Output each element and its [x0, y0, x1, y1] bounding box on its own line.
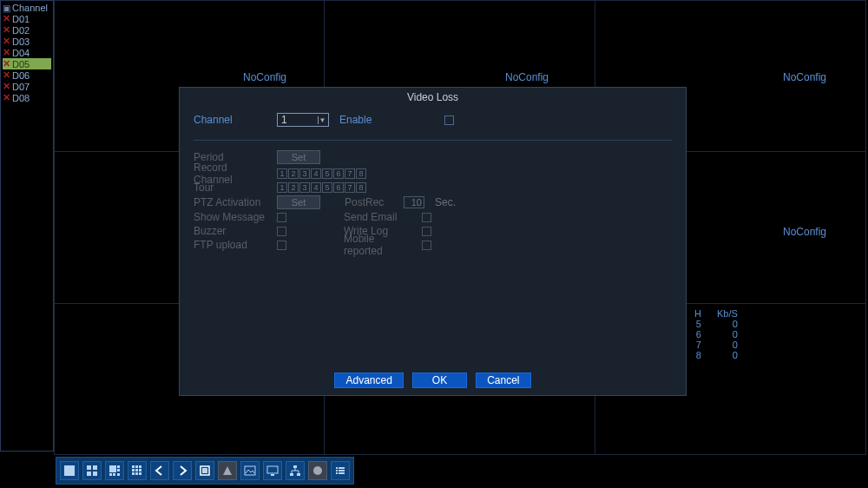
svg-rect-15 [135, 469, 138, 472]
enable-label: Enable [339, 114, 372, 126]
channel-number-box[interactable]: 4 [311, 168, 321, 179]
send-email-checkbox[interactable] [422, 213, 431, 222]
channel-panel: Channel ✕D01✕D02✕D03✕D04✕D05✕D06✕D07✕D08 [0, 0, 54, 452]
channel-number-box[interactable]: 5 [322, 182, 332, 193]
svg-rect-12 [135, 465, 138, 468]
toolbar [56, 457, 354, 485]
monitor-button[interactable] [263, 461, 282, 480]
svg-rect-22 [245, 466, 255, 475]
buzzer-checkbox[interactable] [277, 227, 286, 236]
channel-item[interactable]: ✕D03 [3, 36, 51, 47]
ftp-upload-checkbox[interactable] [277, 241, 286, 250]
stats-table: HKb/S 50607080 [694, 308, 753, 360]
prev-button[interactable] [150, 461, 169, 480]
channel-number-box[interactable]: 1 [277, 182, 287, 193]
channel-number-box[interactable]: 1 [277, 168, 287, 179]
next-button[interactable] [173, 461, 192, 480]
mobile-reported-label: Mobile reported [344, 233, 411, 257]
svg-rect-9 [113, 473, 115, 476]
svg-rect-25 [293, 465, 297, 468]
channel-item[interactable]: ✕D06 [3, 69, 51, 81]
svg-rect-17 [132, 472, 135, 475]
stats-row: 50 [694, 319, 753, 329]
ftp-upload-label: FTP upload [194, 239, 266, 251]
channel-number-box[interactable]: 6 [333, 168, 344, 179]
svg-rect-2 [93, 465, 97, 470]
svg-rect-10 [117, 473, 120, 476]
svg-rect-32 [339, 470, 345, 472]
channel-number-box[interactable]: 2 [288, 182, 299, 193]
svg-rect-11 [132, 465, 135, 468]
channel-item[interactable]: ✕D08 [3, 92, 51, 103]
channel-number-box[interactable]: 8 [356, 168, 366, 179]
channel-number-box[interactable]: 3 [299, 168, 310, 179]
ok-button[interactable]: OK [412, 373, 467, 388]
channel-item[interactable]: ✕D01 [3, 13, 51, 24]
svg-rect-3 [87, 472, 91, 476]
svg-rect-23 [267, 466, 278, 473]
svg-rect-21 [202, 468, 207, 473]
svg-rect-18 [135, 472, 138, 475]
view-4-button[interactable] [82, 461, 102, 480]
channel-number-box[interactable]: 7 [345, 182, 355, 193]
channel-number-box[interactable]: 5 [322, 168, 332, 179]
svg-rect-34 [339, 472, 345, 474]
svg-rect-30 [339, 467, 345, 469]
postrec-label: PostRec [345, 196, 393, 208]
channel-item[interactable]: ✕D04 [3, 47, 51, 58]
svg-rect-13 [139, 465, 141, 468]
view-8-button[interactable] [105, 461, 124, 480]
channel-item[interactable]: ✕D07 [3, 81, 51, 92]
record-channel-boxes[interactable]: 12345678 [277, 168, 366, 179]
stats-row: 70 [694, 340, 753, 350]
tour-channel-boxes[interactable]: 12345678 [277, 182, 366, 193]
channel-number-box[interactable]: 8 [356, 182, 366, 193]
channel-item[interactable]: ✕D02 [3, 24, 51, 36]
noconfig-label: NoConfig [243, 71, 286, 83]
channel-number-box[interactable]: 2 [288, 168, 299, 179]
ptz-set-button[interactable]: Set [277, 195, 320, 209]
stats-kbs-header: Kb/S [717, 308, 753, 319]
stats-row: 80 [694, 350, 753, 360]
noconfig-label: NoConfig [783, 71, 826, 83]
list-button[interactable] [331, 461, 350, 480]
stats-ch-header: H [694, 308, 717, 319]
svg-rect-27 [297, 473, 300, 476]
ptz-label: PTZ Activation [194, 196, 266, 208]
image-button[interactable] [240, 461, 260, 480]
fullscreen-button[interactable] [195, 461, 214, 480]
period-set-button[interactable]: Set [277, 150, 320, 164]
enable-checkbox[interactable] [444, 115, 454, 125]
postrec-input[interactable]: 10 [404, 196, 424, 208]
ptz-button[interactable] [218, 461, 237, 480]
svg-rect-16 [139, 469, 141, 472]
channel-number-box[interactable]: 4 [311, 182, 321, 193]
record-button[interactable] [308, 461, 327, 480]
cancel-button[interactable]: Cancel [476, 373, 530, 388]
channel-select[interactable]: 1▼ [277, 113, 329, 127]
svg-rect-1 [87, 465, 91, 470]
channel-number-box[interactable]: 3 [299, 182, 310, 193]
svg-rect-19 [139, 472, 141, 475]
write-log-checkbox[interactable] [422, 227, 431, 236]
channel-number-box[interactable]: 6 [333, 182, 344, 193]
advanced-button[interactable]: Advanced [334, 373, 403, 388]
network-button[interactable] [286, 461, 305, 480]
chevron-down-icon: ▼ [318, 116, 326, 124]
svg-rect-31 [336, 470, 338, 472]
svg-rect-26 [290, 473, 293, 476]
svg-rect-4 [93, 472, 97, 476]
mobile-reported-checkbox[interactable] [422, 241, 431, 250]
noconfig-label: NoConfig [505, 71, 549, 83]
view-9-button[interactable] [128, 461, 147, 480]
sec-label: Sec. [435, 196, 456, 208]
video-loss-dialog: Video Loss Channel 1▼ Enable Period Set … [179, 87, 687, 396]
view-1-button[interactable] [60, 461, 79, 480]
svg-rect-8 [109, 473, 112, 476]
show-message-checkbox[interactable] [277, 213, 286, 222]
channel-number-box[interactable]: 7 [345, 168, 355, 179]
channel-panel-header: Channel [3, 3, 51, 13]
channel-item[interactable]: ✕D05 [3, 58, 51, 69]
svg-rect-33 [336, 472, 338, 474]
buzzer-label: Buzzer [194, 225, 266, 237]
